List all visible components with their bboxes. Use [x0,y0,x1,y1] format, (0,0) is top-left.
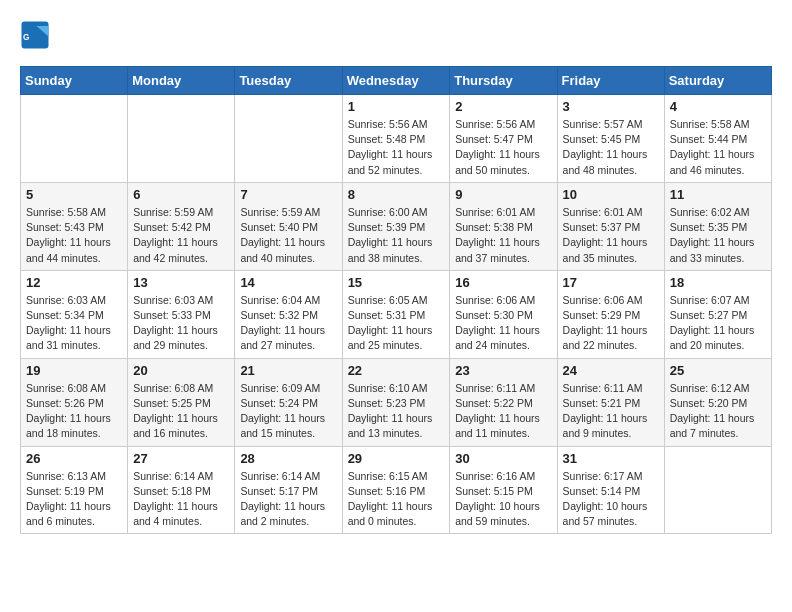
calendar-cell [128,95,235,183]
day-number: 24 [563,363,659,378]
day-number: 14 [240,275,336,290]
day-info: Sunrise: 5:59 AM Sunset: 5:40 PM Dayligh… [240,205,336,266]
day-info: Sunrise: 6:12 AM Sunset: 5:20 PM Dayligh… [670,381,766,442]
calendar-cell: 7Sunrise: 5:59 AM Sunset: 5:40 PM Daylig… [235,182,342,270]
calendar-cell: 26Sunrise: 6:13 AM Sunset: 5:19 PM Dayli… [21,446,128,534]
day-number: 27 [133,451,229,466]
day-number: 19 [26,363,122,378]
calendar-cell: 19Sunrise: 6:08 AM Sunset: 5:26 PM Dayli… [21,358,128,446]
day-number: 29 [348,451,445,466]
calendar-week-row: 26Sunrise: 6:13 AM Sunset: 5:19 PM Dayli… [21,446,772,534]
day-number: 25 [670,363,766,378]
day-info: Sunrise: 6:01 AM Sunset: 5:37 PM Dayligh… [563,205,659,266]
calendar-week-row: 1Sunrise: 5:56 AM Sunset: 5:48 PM Daylig… [21,95,772,183]
calendar-cell: 20Sunrise: 6:08 AM Sunset: 5:25 PM Dayli… [128,358,235,446]
day-number: 5 [26,187,122,202]
day-number: 26 [26,451,122,466]
day-number: 10 [563,187,659,202]
calendar-cell: 28Sunrise: 6:14 AM Sunset: 5:17 PM Dayli… [235,446,342,534]
calendar-cell [235,95,342,183]
day-info: Sunrise: 5:58 AM Sunset: 5:43 PM Dayligh… [26,205,122,266]
day-info: Sunrise: 6:02 AM Sunset: 5:35 PM Dayligh… [670,205,766,266]
calendar-cell: 9Sunrise: 6:01 AM Sunset: 5:38 PM Daylig… [450,182,557,270]
calendar-cell: 15Sunrise: 6:05 AM Sunset: 5:31 PM Dayli… [342,270,450,358]
day-info: Sunrise: 6:11 AM Sunset: 5:22 PM Dayligh… [455,381,551,442]
calendar-header-row: SundayMondayTuesdayWednesdayThursdayFrid… [21,67,772,95]
day-number: 2 [455,99,551,114]
day-number: 23 [455,363,551,378]
calendar-cell: 13Sunrise: 6:03 AM Sunset: 5:33 PM Dayli… [128,270,235,358]
day-info: Sunrise: 6:01 AM Sunset: 5:38 PM Dayligh… [455,205,551,266]
calendar-cell: 29Sunrise: 6:15 AM Sunset: 5:16 PM Dayli… [342,446,450,534]
calendar-cell: 8Sunrise: 6:00 AM Sunset: 5:39 PM Daylig… [342,182,450,270]
calendar-cell: 6Sunrise: 5:59 AM Sunset: 5:42 PM Daylig… [128,182,235,270]
calendar-cell: 27Sunrise: 6:14 AM Sunset: 5:18 PM Dayli… [128,446,235,534]
day-number: 6 [133,187,229,202]
day-info: Sunrise: 6:04 AM Sunset: 5:32 PM Dayligh… [240,293,336,354]
calendar-cell: 10Sunrise: 6:01 AM Sunset: 5:37 PM Dayli… [557,182,664,270]
calendar-cell: 12Sunrise: 6:03 AM Sunset: 5:34 PM Dayli… [21,270,128,358]
calendar-cell [21,95,128,183]
day-number: 13 [133,275,229,290]
calendar-cell: 5Sunrise: 5:58 AM Sunset: 5:43 PM Daylig… [21,182,128,270]
day-info: Sunrise: 6:13 AM Sunset: 5:19 PM Dayligh… [26,469,122,530]
calendar-cell: 18Sunrise: 6:07 AM Sunset: 5:27 PM Dayli… [664,270,771,358]
day-info: Sunrise: 5:58 AM Sunset: 5:44 PM Dayligh… [670,117,766,178]
day-info: Sunrise: 6:05 AM Sunset: 5:31 PM Dayligh… [348,293,445,354]
calendar-cell: 24Sunrise: 6:11 AM Sunset: 5:21 PM Dayli… [557,358,664,446]
calendar-cell: 21Sunrise: 6:09 AM Sunset: 5:24 PM Dayli… [235,358,342,446]
day-info: Sunrise: 6:16 AM Sunset: 5:15 PM Dayligh… [455,469,551,530]
day-info: Sunrise: 5:59 AM Sunset: 5:42 PM Dayligh… [133,205,229,266]
day-number: 31 [563,451,659,466]
weekday-header: Sunday [21,67,128,95]
day-info: Sunrise: 6:10 AM Sunset: 5:23 PM Dayligh… [348,381,445,442]
day-info: Sunrise: 5:57 AM Sunset: 5:45 PM Dayligh… [563,117,659,178]
day-number: 8 [348,187,445,202]
calendar-table: SundayMondayTuesdayWednesdayThursdayFrid… [20,66,772,534]
calendar-week-row: 19Sunrise: 6:08 AM Sunset: 5:26 PM Dayli… [21,358,772,446]
day-info: Sunrise: 6:09 AM Sunset: 5:24 PM Dayligh… [240,381,336,442]
calendar-cell: 2Sunrise: 5:56 AM Sunset: 5:47 PM Daylig… [450,95,557,183]
calendar-cell: 17Sunrise: 6:06 AM Sunset: 5:29 PM Dayli… [557,270,664,358]
day-number: 3 [563,99,659,114]
day-number: 28 [240,451,336,466]
day-info: Sunrise: 6:08 AM Sunset: 5:26 PM Dayligh… [26,381,122,442]
calendar-cell: 25Sunrise: 6:12 AM Sunset: 5:20 PM Dayli… [664,358,771,446]
day-number: 18 [670,275,766,290]
day-info: Sunrise: 6:06 AM Sunset: 5:29 PM Dayligh… [563,293,659,354]
day-info: Sunrise: 5:56 AM Sunset: 5:47 PM Dayligh… [455,117,551,178]
logo-icon: G [20,20,50,50]
logo: G [20,20,56,50]
day-number: 9 [455,187,551,202]
day-info: Sunrise: 6:15 AM Sunset: 5:16 PM Dayligh… [348,469,445,530]
calendar-cell [664,446,771,534]
calendar-cell: 22Sunrise: 6:10 AM Sunset: 5:23 PM Dayli… [342,358,450,446]
day-info: Sunrise: 6:07 AM Sunset: 5:27 PM Dayligh… [670,293,766,354]
weekday-header: Wednesday [342,67,450,95]
calendar-cell: 11Sunrise: 6:02 AM Sunset: 5:35 PM Dayli… [664,182,771,270]
page-header: G [20,20,772,50]
weekday-header: Monday [128,67,235,95]
calendar-cell: 31Sunrise: 6:17 AM Sunset: 5:14 PM Dayli… [557,446,664,534]
day-number: 21 [240,363,336,378]
day-info: Sunrise: 5:56 AM Sunset: 5:48 PM Dayligh… [348,117,445,178]
day-number: 12 [26,275,122,290]
day-number: 11 [670,187,766,202]
day-number: 4 [670,99,766,114]
calendar-cell: 30Sunrise: 6:16 AM Sunset: 5:15 PM Dayli… [450,446,557,534]
day-number: 7 [240,187,336,202]
calendar-cell: 16Sunrise: 6:06 AM Sunset: 5:30 PM Dayli… [450,270,557,358]
calendar-week-row: 12Sunrise: 6:03 AM Sunset: 5:34 PM Dayli… [21,270,772,358]
day-number: 30 [455,451,551,466]
weekday-header: Saturday [664,67,771,95]
weekday-header: Tuesday [235,67,342,95]
day-number: 1 [348,99,445,114]
day-number: 22 [348,363,445,378]
day-info: Sunrise: 6:11 AM Sunset: 5:21 PM Dayligh… [563,381,659,442]
day-number: 17 [563,275,659,290]
day-info: Sunrise: 6:14 AM Sunset: 5:18 PM Dayligh… [133,469,229,530]
weekday-header: Friday [557,67,664,95]
day-info: Sunrise: 6:17 AM Sunset: 5:14 PM Dayligh… [563,469,659,530]
calendar-cell: 1Sunrise: 5:56 AM Sunset: 5:48 PM Daylig… [342,95,450,183]
weekday-header: Thursday [450,67,557,95]
